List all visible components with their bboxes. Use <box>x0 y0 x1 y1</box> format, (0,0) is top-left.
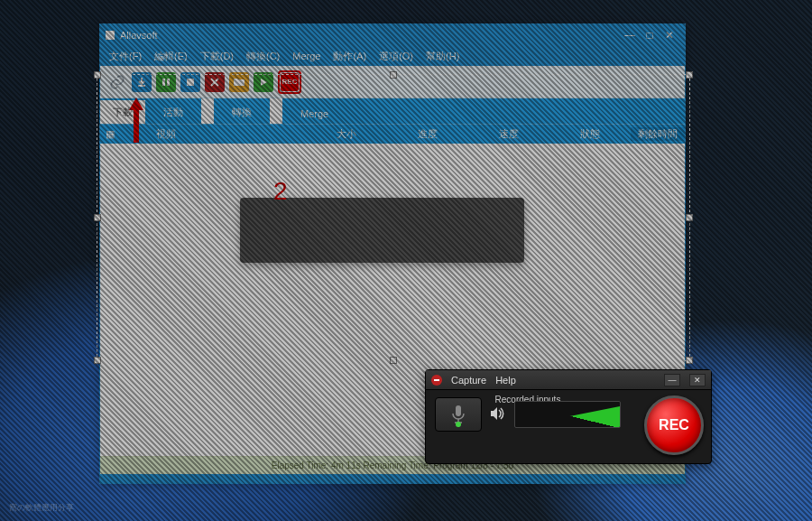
menu-convert[interactable]: 轉換(C) <box>246 50 280 63</box>
capture-menu-help[interactable]: Help <box>495 375 516 386</box>
capture-panel: Capture Help — ✕ Recorded inputs REC <box>425 369 712 464</box>
minimize-button[interactable]: — <box>620 29 640 42</box>
menu-merge[interactable]: Merge <box>292 51 320 61</box>
window-title: Allavsoft <box>120 30 620 41</box>
menu-download[interactable]: 下載(D) <box>200 50 234 63</box>
menu-file[interactable]: 文件(F) <box>109 50 142 63</box>
menu-edit[interactable]: 編輯(E) <box>154 50 188 63</box>
maximize-button[interactable]: □ <box>640 29 660 42</box>
capture-region-marquee[interactable] <box>97 74 690 361</box>
capture-titlebar[interactable]: Capture Help — ✕ <box>426 370 711 390</box>
menu-help[interactable]: 幫助(H) <box>426 50 459 63</box>
resize-handle-bm[interactable] <box>390 357 397 364</box>
audio-level-fill <box>515 402 620 427</box>
watermark-text: 窩の軟體應用分享 <box>9 502 74 514</box>
capture-minimize-button[interactable]: — <box>664 374 680 386</box>
app-icon <box>106 31 115 40</box>
bottom-border <box>100 474 685 483</box>
menu-action[interactable]: 動作(A) <box>333 50 366 63</box>
resize-handle-bl[interactable] <box>94 357 101 364</box>
capture-close-button[interactable]: ✕ <box>689 374 706 386</box>
resize-handle-tm[interactable] <box>390 71 397 79</box>
resize-handle-mr[interactable] <box>686 214 693 221</box>
speaker-icon[interactable] <box>491 407 505 423</box>
svg-rect-3 <box>456 405 461 416</box>
resize-handle-ml[interactable] <box>94 214 101 221</box>
capture-app-icon <box>431 375 442 386</box>
capture-record-label: REC <box>659 417 689 433</box>
resize-handle-tr[interactable] <box>686 71 693 79</box>
webcam-toggle-button[interactable] <box>435 397 482 432</box>
capture-menu-capture[interactable]: Capture <box>451 375 486 386</box>
menubar: 文件(F) 編輯(E) 下載(D) 轉換(C) Merge 動作(A) 選項(O… <box>100 46 685 66</box>
resize-handle-br[interactable] <box>686 357 693 364</box>
capture-record-button[interactable]: REC <box>644 395 704 455</box>
menu-options[interactable]: 選項(O) <box>379 50 413 63</box>
audio-level-meter[interactable] <box>514 401 621 428</box>
microphone-icon <box>450 405 466 424</box>
titlebar[interactable]: Allavsoft — □ ✕ <box>100 24 685 46</box>
close-button[interactable]: ✕ <box>660 29 679 42</box>
resize-handle-tl[interactable] <box>94 71 101 79</box>
